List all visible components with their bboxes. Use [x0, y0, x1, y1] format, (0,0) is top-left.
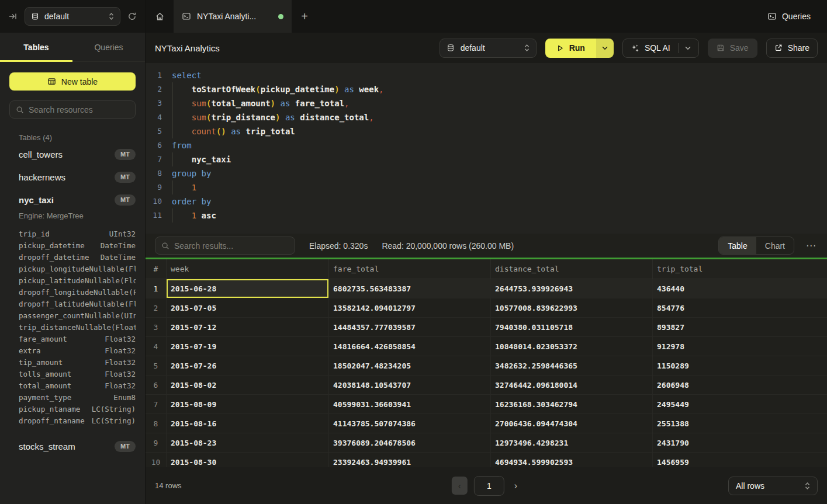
sidebar-item-hackernews[interactable]: hackernews MT: [0, 166, 145, 189]
table-cell[interactable]: 2015-08-16: [167, 414, 329, 433]
column-row[interactable]: payment_typeEnum8: [19, 392, 136, 404]
table-cell[interactable]: 2015-08-02: [167, 376, 329, 394]
code-line[interactable]: 2 toStartOfWeek(pickup_datetime) as week…: [146, 82, 827, 96]
column-row[interactable]: dropoff_latitudeNullable(Fl: [19, 298, 136, 310]
table-cell[interactable]: 893827: [653, 318, 827, 336]
table-cell[interactable]: 23392463.94939961: [329, 453, 491, 467]
column-row[interactable]: fare_amountFloat32: [19, 333, 136, 345]
database-selector[interactable]: default: [440, 39, 537, 58]
share-button[interactable]: Share: [766, 39, 818, 58]
table-cell[interactable]: 7940380.031105718: [491, 318, 653, 336]
column-header-fare-total[interactable]: fare_total: [329, 259, 491, 279]
table-cell[interactable]: 6802735.563483387: [329, 279, 491, 298]
queries-shortcut[interactable]: Queries: [767, 0, 811, 33]
run-button[interactable]: Run: [545, 39, 596, 58]
table-cell[interactable]: 4694934.599902593: [491, 453, 653, 467]
table-cell[interactable]: 39376089.204678506: [329, 433, 491, 452]
home-button[interactable]: [146, 0, 174, 33]
table-cell[interactable]: 27006436.094474304: [491, 414, 653, 433]
sql-ai-button[interactable]: SQL AI: [622, 39, 699, 58]
column-header-trip-total[interactable]: trip_total: [653, 259, 827, 279]
table-cell[interactable]: 16236168.303462794: [491, 395, 653, 413]
refresh-icon[interactable]: [127, 12, 137, 21]
table-cell[interactable]: 2015-08-09: [167, 395, 329, 413]
column-row[interactable]: dropoff_longitudeNullable(F: [19, 287, 136, 298]
code-line[interactable]: 9 1: [146, 180, 827, 194]
column-row[interactable]: pickup_ntanameLC(String): [19, 404, 136, 415]
code-line[interactable]: 6from: [146, 138, 827, 152]
table-cell[interactable]: 2431790: [653, 433, 827, 452]
table-cell[interactable]: 1150289: [653, 356, 827, 375]
sidebar-item-nyc-taxi[interactable]: nyc_taxi MT: [0, 189, 145, 211]
table-cell[interactable]: 42038148.10543707: [329, 376, 491, 394]
database-selector[interactable]: default: [25, 7, 120, 26]
code-line[interactable]: 8group by: [146, 166, 827, 180]
column-row[interactable]: dropoff_datetimeDateTime: [19, 252, 136, 263]
current-page-button[interactable]: 1: [474, 476, 504, 496]
table-cell[interactable]: 10848014.023053372: [491, 337, 653, 356]
table-cell[interactable]: 2015-07-19: [167, 337, 329, 356]
code-line[interactable]: 4 sum(trip_distance) as distance_total,: [146, 110, 827, 124]
table-cell[interactable]: 436440: [653, 279, 827, 298]
sidebar-item-stocks-stream[interactable]: stocks_stream MT: [0, 435, 145, 458]
table-cell[interactable]: 2644753.939926943: [491, 279, 653, 298]
column-row[interactable]: extraFloat32: [19, 345, 136, 357]
table-cell[interactable]: 10577008.839622993: [491, 298, 653, 317]
table-cell[interactable]: 14484357.777039587: [329, 318, 491, 336]
column-row[interactable]: pickup_longitudeNullable(Fl: [19, 263, 136, 275]
table-cell[interactable]: 2015-08-23: [167, 433, 329, 452]
new-tab-button[interactable]: +: [292, 0, 317, 33]
table-cell[interactable]: 40599031.36603941: [329, 395, 491, 413]
table-cell[interactable]: 2551388: [653, 414, 827, 433]
run-options-button[interactable]: [596, 39, 614, 58]
chevron-down-icon[interactable]: [685, 46, 691, 50]
page-size-selector[interactable]: All rows: [728, 477, 818, 495]
table-cell[interactable]: 18502047.48234205: [329, 356, 491, 375]
column-header-distance-total[interactable]: distance_total: [491, 259, 653, 279]
prev-page-button[interactable]: ‹: [452, 477, 468, 495]
results-search[interactable]: [155, 237, 295, 255]
table-cell[interactable]: 2015-07-26: [167, 356, 329, 375]
tab-nytaxi-analytics[interactable]: NYTaxi Analyti...: [174, 0, 292, 33]
sidebar-search[interactable]: [9, 100, 136, 119]
table-cell[interactable]: 2015-07-05: [167, 298, 329, 317]
table-cell[interactable]: 12973496.4298231: [491, 433, 653, 452]
table-cell[interactable]: 32746442.096180014: [491, 376, 653, 394]
table-cell[interactable]: 1456959: [653, 453, 827, 467]
table-cell[interactable]: 2015-06-28: [167, 279, 329, 298]
sql-editor[interactable]: 1select2 toStartOfWeek(pickup_datetime) …: [146, 63, 827, 234]
sidebar-item-cell-towers[interactable]: cell_towers MT: [0, 143, 145, 166]
code-line[interactable]: 7 nyc_taxi: [146, 152, 827, 166]
table-cell[interactable]: 3482632.2598446365: [491, 356, 653, 375]
column-row[interactable]: trip_idUInt32: [19, 228, 136, 240]
column-header-index[interactable]: #: [146, 259, 167, 279]
code-line[interactable]: 3 sum(total_amount) as fare_total,: [146, 96, 827, 110]
table-cell[interactable]: 854776: [653, 298, 827, 317]
column-row[interactable]: pickup_datetimeDateTime: [19, 240, 136, 252]
table-cell[interactable]: 2015-07-12: [167, 318, 329, 336]
next-page-button[interactable]: ›: [511, 481, 521, 491]
column-header-week[interactable]: week: [167, 259, 329, 279]
view-tab-table[interactable]: Table: [719, 237, 756, 254]
code-line[interactable]: 1select: [146, 68, 827, 82]
collapse-sidebar-icon[interactable]: [8, 12, 18, 21]
column-row[interactable]: pickup_latitudeNullable(Flo: [19, 275, 136, 287]
table-cell[interactable]: 2606948: [653, 376, 827, 394]
column-row[interactable]: dropoff_ntanameLC(String): [19, 415, 136, 427]
more-options-button[interactable]: ⋯: [805, 239, 818, 252]
save-button[interactable]: Save: [708, 39, 757, 58]
new-table-button[interactable]: New table: [9, 72, 136, 91]
column-row[interactable]: trip_distanceNullable(Float: [19, 322, 136, 333]
table-cell[interactable]: 14816664.426858854: [329, 337, 491, 356]
sidebar-tab-queries[interactable]: Queries: [72, 33, 145, 61]
sidebar-tab-tables[interactable]: Tables: [0, 33, 72, 61]
column-row[interactable]: tolls_amountFloat32: [19, 369, 136, 380]
view-tab-chart[interactable]: Chart: [756, 237, 794, 254]
column-row[interactable]: total_amountFloat32: [19, 380, 136, 392]
table-cell[interactable]: 13582142.094012797: [329, 298, 491, 317]
table-cell[interactable]: 41143785.507074386: [329, 414, 491, 433]
column-row[interactable]: passenger_countNullable(UIn: [19, 310, 136, 322]
results-search-input[interactable]: [174, 241, 289, 251]
sidebar-search-input[interactable]: [29, 105, 129, 114]
code-line[interactable]: 11 1 asc: [146, 208, 827, 223]
